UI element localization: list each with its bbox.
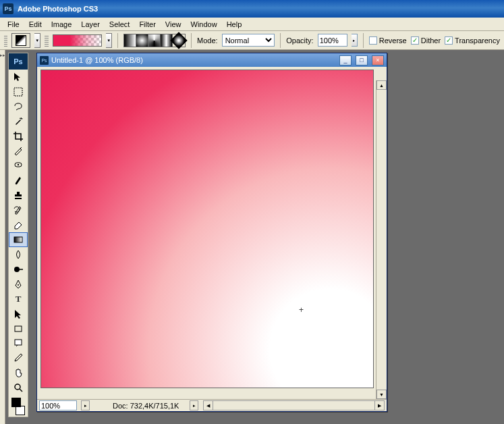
document-area: Ps Untitled-1 @ 100% (RGB/8) _ □ × + ▲ ▼… [28, 50, 504, 424]
app-icon: Ps [3, 3, 13, 14]
svg-point-3 [14, 267, 20, 272]
document-title: Untitled-1 @ 100% (RGB/8) [51, 56, 143, 64]
options-grip-2[interactable] [45, 34, 48, 47]
tool-preset-picker[interactable] [11, 33, 30, 48]
gradient-angle[interactable] [148, 34, 161, 47]
menu-edit[interactable]: Edit [24, 20, 47, 28]
foreground-color-swatch[interactable] [11, 398, 21, 407]
canvas-container: + ▲ ▼ ▸ Doc: 732,4K/715,1K ▸ ◀ ▶ [37, 67, 387, 411]
gradient-picker-dropdown[interactable]: ▼ [106, 33, 112, 48]
menu-layer[interactable]: Layer [76, 20, 105, 28]
move-tool[interactable] [9, 70, 28, 84]
document-icon: Ps [40, 56, 49, 65]
document-title-bar[interactable]: Ps Untitled-1 @ 100% (RGB/8) _ □ × [37, 53, 387, 67]
opacity-flyout[interactable]: ▸ [352, 34, 358, 47]
svg-rect-0 [14, 88, 22, 96]
checkbox-box [369, 36, 377, 45]
close-button[interactable]: × [372, 55, 384, 65]
opacity-label: Opacity: [286, 36, 313, 45]
status-menu-button[interactable]: ▸ [81, 400, 90, 410]
reverse-label: Reverse [379, 36, 407, 45]
horizontal-scrollbar[interactable]: ◀ ▶ [203, 400, 385, 410]
gradient-linear[interactable] [124, 34, 136, 47]
reverse-checkbox[interactable]: Reverse [369, 36, 407, 45]
marquee-tool[interactable] [9, 84, 28, 99]
shape-tool[interactable] [9, 321, 28, 336]
svg-point-7 [15, 384, 20, 390]
vertical-scrollbar[interactable]: ▲ ▼ [376, 80, 387, 399]
menu-image[interactable]: Image [47, 20, 77, 28]
toolbox-header-icon[interactable]: Ps [9, 53, 28, 70]
checkbox-box: ✓ [411, 36, 419, 45]
scroll-left-icon[interactable]: ◀ [204, 401, 213, 410]
dither-label: Dither [421, 36, 441, 45]
document-window: Ps Untitled-1 @ 100% (RGB/8) _ □ × + ▲ ▼… [36, 53, 387, 412]
gradient-radial[interactable] [136, 34, 148, 47]
pen-tool[interactable] [9, 277, 28, 292]
slice-tool[interactable] [9, 144, 28, 159]
scroll-up-icon[interactable]: ▲ [376, 80, 387, 90]
menu-filter[interactable]: Filter [134, 20, 160, 28]
svg-rect-2 [14, 237, 22, 242]
separator [363, 33, 364, 48]
brush-tool[interactable] [9, 173, 28, 188]
options-bar: ▼ ▼ Mode: Normal Opacity: ▸ Reverse ✓ Di… [0, 31, 504, 50]
svg-rect-6 [15, 340, 22, 345]
color-swatches[interactable] [9, 398, 28, 417]
checkbox-box: ✓ [445, 36, 453, 45]
transparency-checkbox[interactable]: ✓ Transparency [445, 36, 500, 45]
menu-window[interactable]: Window [186, 20, 222, 28]
tool-preset-dropdown[interactable]: ▼ [34, 33, 40, 48]
eraser-tool[interactable] [9, 217, 28, 232]
maximize-button[interactable]: □ [356, 55, 368, 65]
app-title-bar: Ps Adobe Photoshop CS3 [0, 0, 504, 18]
stamp-tool[interactable] [9, 188, 28, 203]
crop-tool[interactable] [9, 129, 28, 144]
zoom-field[interactable] [39, 400, 77, 410]
menu-view[interactable]: View [161, 20, 186, 28]
gradient-tool[interactable] [9, 232, 28, 247]
type-tool[interactable]: T [9, 292, 28, 307]
minimize-button[interactable]: _ [339, 55, 352, 65]
eyedropper-tool[interactable] [9, 350, 28, 365]
transparency-label: Transparency [455, 36, 500, 45]
chevron-right-icon: ▸▸ [0, 53, 5, 58]
menu-help[interactable]: Help [222, 20, 247, 28]
healing-brush-tool[interactable] [9, 158, 28, 173]
blur-tool[interactable] [9, 247, 28, 262]
app-title: Adobe Photoshop CS3 [18, 5, 98, 13]
menu-file[interactable]: File [3, 20, 24, 28]
hand-tool[interactable] [9, 365, 28, 380]
zoom-tool[interactable] [9, 380, 28, 395]
dodge-tool[interactable] [9, 262, 28, 277]
lasso-tool[interactable] [9, 99, 28, 114]
opacity-field[interactable] [318, 34, 347, 47]
gradient-preview[interactable] [53, 34, 102, 47]
left-dock-ribbon[interactable]: ▸▸ [0, 50, 5, 424]
canvas[interactable]: + [40, 70, 374, 388]
options-bar-grip[interactable] [4, 34, 7, 47]
scroll-right-icon[interactable]: ▶ [374, 401, 384, 410]
blend-mode-select[interactable]: Normal [222, 34, 275, 47]
toolbox: Ps T [8, 53, 28, 417]
menu-bar: File Edit Image Layer Select Filter View… [0, 18, 504, 31]
history-brush-tool[interactable] [9, 203, 28, 217]
menu-select[interactable]: Select [105, 20, 135, 28]
separator [191, 33, 192, 48]
gradient-type-group [123, 34, 186, 47]
scroll-down-icon[interactable]: ▼ [376, 390, 387, 399]
document-status-bar: ▸ Doc: 732,4K/715,1K ▸ ◀ ▶ [37, 399, 387, 411]
crosshair-icon: + [299, 305, 304, 315]
svg-point-4 [18, 284, 19, 286]
gradient-diamond[interactable] [173, 34, 185, 47]
doc-info-menu-button[interactable]: ▸ [190, 400, 198, 410]
notes-tool[interactable] [9, 336, 28, 351]
mode-label: Mode: [197, 36, 218, 45]
workspace: ▸▸ Ps T Ps Untitled-1 [0, 50, 504, 424]
magic-wand-tool[interactable] [9, 114, 28, 129]
svg-rect-5 [15, 326, 22, 332]
separator [280, 33, 281, 48]
path-selection-tool[interactable] [9, 307, 28, 321]
separator [117, 33, 118, 48]
dither-checkbox[interactable]: ✓ Dither [411, 36, 441, 45]
